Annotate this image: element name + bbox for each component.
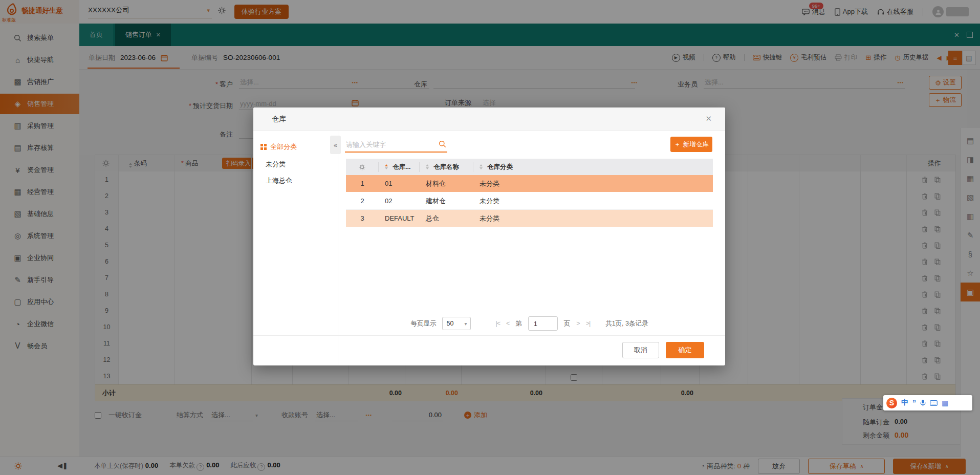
modal-search-field [345,137,447,153]
cancel-button[interactable]: 取消 [622,342,659,358]
per-page-select[interactable]: 50▾ [442,317,471,330]
warehouse-code-header[interactable]: 仓库... [379,162,420,172]
modal-title: 仓库 [272,115,286,124]
add-warehouse-button[interactable]: ＋新增仓库 [670,137,712,152]
cell-name: 建材仓 [420,197,473,206]
warehouse-category-header[interactable]: 仓库分类 [473,162,713,172]
prev-page-icon[interactable]: < [506,320,509,327]
warehouse-modal: 仓库 ✕ 全部分类 未分类 上海总仓 « ＋新增仓库 仓库... 仓库名称 仓库… [253,107,725,365]
cell-code: 02 [379,197,420,205]
warehouse-table-header: 仓库... 仓库名称 仓库分类 [346,159,713,175]
keyboard-icon[interactable] [930,400,938,406]
warehouse-row-02[interactable]: 202建材仓未分类 [346,192,713,210]
modal-footer-divider [253,335,725,336]
cell-idx: 3 [346,214,379,222]
per-page-label: 每页显示 [410,319,436,328]
cell-category: 未分类 [473,214,713,223]
sogou-ime-toolbar[interactable]: S 中 ” ▦ [883,395,972,411]
cell-idx: 1 [346,180,379,187]
modal-titlebar: 仓库 ✕ [253,107,725,131]
next-page-icon[interactable]: > [576,320,579,327]
confirm-button[interactable]: 确定 [666,342,704,358]
collapse-panel-button[interactable]: « [330,136,341,154]
chinese-mode-icon[interactable]: 中 [901,398,908,407]
warehouse-row-01[interactable]: 101材料仓未分类 [346,175,713,192]
sogou-logo-icon[interactable]: S [886,398,897,408]
page-number-input[interactable] [528,316,558,331]
cell-name: 总仓 [420,214,473,223]
cell-category: 未分类 [473,179,713,188]
search-icon[interactable] [439,140,446,148]
toolbox-icon[interactable]: ▦ [942,399,948,407]
warehouse-table: 仓库... 仓库名称 仓库分类 101材料仓未分类202建材仓未分类3DEFAU… [346,159,713,227]
app-screen: 畅捷通好生意 标准版 XXXXXX公司 ▾ 体验行业方案 消息 99+ App下… [0,0,980,475]
page-suffix: 页 [564,319,571,328]
all-categories-item[interactable]: 全部分类 [260,142,297,152]
cell-name: 材料仓 [420,179,473,188]
punctuation-icon[interactable]: ” [912,399,916,407]
warehouse-row-DEFAULT[interactable]: 3DEFAULT总仓未分类 [346,210,713,227]
category-item-shanghai[interactable]: 上海总仓 [266,176,292,185]
column-settings-gear-icon[interactable] [346,162,379,172]
pagination-bar: 每页显示 50▾ |< < 第 页 > >| 共1页, 3条记录 [346,314,713,333]
cell-code: DEFAULT [379,214,420,222]
modal-search-input[interactable] [345,137,434,152]
last-page-icon[interactable]: >| [586,320,591,327]
page-prefix: 第 [515,319,522,328]
cell-code: 01 [379,180,420,187]
pagination-summary: 共1页, 3条记录 [605,319,648,328]
warehouse-name-header[interactable]: 仓库名称 [420,162,473,172]
cell-category: 未分类 [473,197,713,206]
category-item-unclassified[interactable]: 未分类 [266,160,286,169]
mic-icon[interactable] [920,399,926,406]
first-page-icon[interactable]: |< [495,320,500,327]
category-panel: 全部分类 未分类 上海总仓 [253,130,338,365]
cell-idx: 2 [346,197,379,205]
plus-icon: ＋ [674,140,681,149]
modal-close-icon[interactable]: ✕ [705,114,712,123]
grid-icon [260,144,267,150]
